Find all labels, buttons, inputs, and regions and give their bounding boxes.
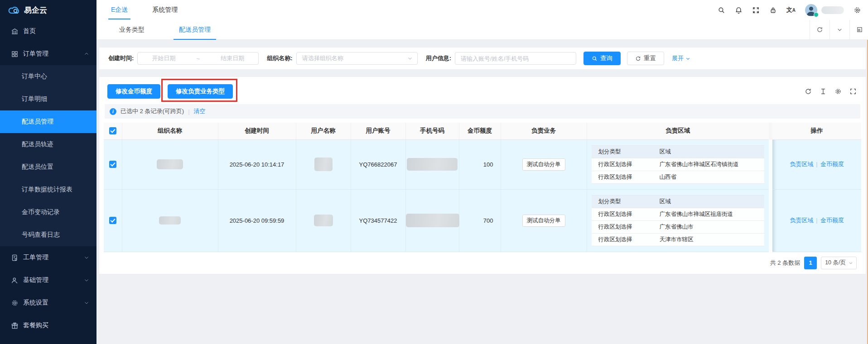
- sidebar-item-courier-management[interactable]: 配送员管理: [0, 110, 96, 133]
- reload-table-icon[interactable]: [805, 88, 812, 95]
- col-user-account: 用户账号: [351, 123, 405, 139]
- tab-courier-management[interactable]: 配送员管理: [167, 20, 222, 39]
- lock-icon[interactable]: [769, 6, 777, 14]
- phone-redacted: [407, 158, 458, 171]
- col-created-time: 创建时间: [218, 123, 296, 139]
- start-date-placeholder: 开始日期: [152, 54, 175, 62]
- sidebar-item-package-purchase[interactable]: 套餐购买: [0, 314, 96, 337]
- col-user-name: 用户名称: [296, 123, 351, 139]
- tab-business-type[interactable]: 业务类型: [107, 20, 156, 39]
- chevron-up-icon: [84, 51, 89, 57]
- user-icon: [11, 277, 19, 284]
- row-checkbox[interactable]: [109, 161, 116, 168]
- sidebar-item-system-settings[interactable]: 系统设置: [0, 291, 96, 314]
- chevron-down-icon: [685, 56, 690, 61]
- fullscreen-icon[interactable]: [752, 6, 760, 14]
- column-settings-gear-icon[interactable]: [834, 88, 842, 95]
- table-row: 2025-06-20 09:59:59 YQ734577422 700 测试自动…: [104, 189, 861, 252]
- tab-system-management[interactable]: 系统管理: [149, 0, 180, 20]
- sidebar-item-label: 基础管理: [23, 276, 48, 284]
- edit-business-type-button[interactable]: 修改负责业务类型: [168, 84, 233, 99]
- sidebar-item-label: 工单管理: [23, 253, 48, 262]
- gear-icon: [11, 299, 19, 307]
- maximize-panel-icon[interactable]: [849, 20, 868, 39]
- refresh-icon: [635, 56, 641, 62]
- avatar[interactable]: [805, 4, 817, 16]
- document-icon: [11, 254, 19, 262]
- region-action-link[interactable]: 负责区域: [790, 161, 813, 167]
- annotation-red-box: 修改负责业务类型: [168, 84, 233, 99]
- cloud-logo-icon: [8, 5, 20, 14]
- page-1-button[interactable]: 1: [804, 257, 817, 269]
- search-icon: [592, 56, 598, 62]
- created-time-label: 创建时间:: [108, 54, 134, 62]
- sidebar-item-order-center[interactable]: 订单中心: [0, 65, 96, 88]
- expand-filters-link[interactable]: 展开: [672, 54, 690, 62]
- sidebar-item-basic-management[interactable]: 基础管理: [0, 269, 96, 291]
- col-operation: 操作: [771, 123, 861, 139]
- clear-selection-link[interactable]: 清空: [194, 107, 206, 115]
- search-button[interactable]: 查询: [583, 52, 621, 65]
- sidebar-item-order-stats-report[interactable]: 订单数据统计报表: [0, 178, 96, 201]
- selection-text: 已选中 2 条记录(可跨页): [121, 107, 184, 115]
- settings-gear-icon[interactable]: [854, 6, 861, 14]
- table-fullscreen-icon[interactable]: [849, 88, 857, 95]
- tab-e-qisong[interactable]: E企送: [108, 0, 130, 20]
- end-date-placeholder: 结束日期: [221, 54, 244, 62]
- content-area: 创建时间: 开始日期 ~ 结束日期 组织名称: 请选择组织名称 用户信息: 查询: [96, 40, 868, 344]
- user-name-redacted: [314, 215, 333, 226]
- sidebar-item-label: 套餐购买: [23, 321, 48, 330]
- org-name-redacted: [159, 216, 181, 225]
- select-all-checkbox[interactable]: [109, 127, 116, 134]
- date-range-picker[interactable]: 开始日期 ~ 结束日期: [137, 52, 259, 65]
- sidebar-item-label: 系统设置: [23, 299, 48, 307]
- avatar-status-badge: [814, 12, 819, 17]
- tab-options-chevron-icon[interactable]: [829, 20, 849, 39]
- app-logo: 易企云: [0, 0, 96, 20]
- row-checkbox[interactable]: [109, 217, 116, 224]
- grid-icon: [11, 50, 19, 58]
- sidebar-item-home[interactable]: 首页: [0, 20, 96, 43]
- app-title: 易企云: [24, 5, 47, 15]
- top-header: E企送 系统管理 文A: [96, 0, 868, 20]
- sidebar-item-label: 首页: [23, 27, 36, 35]
- courier-table: 组织名称 创建时间 用户名称 用户账号 手机号码 金币额度 负责业务 负责区域 …: [104, 123, 861, 252]
- edit-coin-quota-button[interactable]: 修改金币额度: [107, 84, 160, 99]
- range-separator: ~: [197, 55, 200, 62]
- bell-icon[interactable]: [735, 6, 743, 14]
- coin-action-link[interactable]: 金币额度: [820, 161, 844, 167]
- sidebar-item-order-management[interactable]: 订单管理: [0, 43, 96, 65]
- refresh-tab-icon[interactable]: [810, 20, 829, 39]
- user-info-input[interactable]: [461, 55, 570, 62]
- table-row: 2025-06-20 10:14:17 YQ766822067 100 测试自动…: [104, 139, 861, 189]
- username-redacted: [821, 6, 844, 14]
- sidebar-item-courier-location[interactable]: 配送员位置: [0, 156, 96, 178]
- col-phone: 手机号码: [405, 123, 459, 139]
- chevron-down-icon: [849, 261, 853, 265]
- home-icon: [11, 28, 19, 35]
- sidebar-item-label: 订单管理: [23, 50, 48, 58]
- search-icon[interactable]: [718, 6, 725, 14]
- user-info-label: 用户信息:: [426, 54, 451, 62]
- business-tag: 测试自动分单: [522, 158, 565, 171]
- region-subtable: 划分类型区域 行政区划选择广东省佛山市禅城区祖庙街道 行政区划选择广东省佛山市 …: [592, 195, 765, 246]
- translate-icon[interactable]: 文A: [786, 6, 796, 14]
- reset-button[interactable]: 重置: [627, 52, 664, 65]
- coin-action-link[interactable]: 金币额度: [820, 217, 844, 224]
- pagination: 共 2 条数据 1 10 条/页: [104, 252, 861, 274]
- org-name-select[interactable]: 请选择组织名称: [296, 52, 418, 65]
- region-action-link[interactable]: 负责区域: [790, 217, 813, 224]
- created-time-cell: 2025-06-20 10:14:17: [218, 139, 296, 189]
- sidebar-item-coin-change-log[interactable]: 金币变动记录: [0, 201, 96, 224]
- col-region: 负责区域: [587, 123, 771, 139]
- sidebar-item-number-view-log[interactable]: 号码查看日志: [0, 224, 96, 246]
- page-size-select[interactable]: 10 条/页: [821, 257, 857, 269]
- gift-icon: [11, 322, 19, 330]
- org-name-redacted: [157, 159, 183, 169]
- chevron-down-icon: [407, 56, 413, 61]
- sidebar-item-work-order[interactable]: 工单管理: [0, 246, 96, 269]
- row-density-icon[interactable]: [820, 88, 827, 95]
- sidebar-item-order-detail[interactable]: 订单明细: [0, 88, 96, 110]
- col-coin-quota: 金币额度: [459, 123, 501, 139]
- sidebar-item-courier-track[interactable]: 配送员轨迹: [0, 133, 96, 156]
